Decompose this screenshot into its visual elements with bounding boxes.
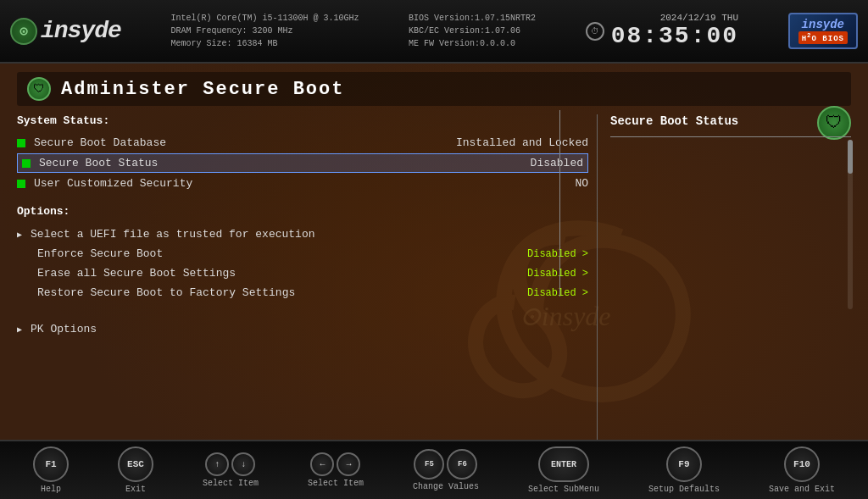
function-key-bar: F1 Help ESC Exit ↑ ↓ Select Item ← → Sel… bbox=[0, 440, 868, 499]
kbc-version: KBC/EC Version:1.07.06 bbox=[409, 25, 536, 37]
right-panel-title: Secure Boot Status bbox=[610, 114, 851, 128]
f5f6-label: Change Values bbox=[413, 482, 479, 491]
f9-key[interactable]: F9 Setup Defaults bbox=[648, 446, 720, 494]
secure-boot-status-item[interactable]: Secure Boot Status Disabled bbox=[17, 153, 588, 173]
cpu-info: Intel(R) Core(TM) i5-11300H @ 3.10GHz bbox=[170, 12, 359, 25]
options-section: Options: Select a UEFI file as trusted f… bbox=[17, 205, 588, 302]
pk-options-label: PK Options bbox=[31, 323, 97, 335]
f9-circle[interactable]: F9 bbox=[666, 446, 702, 482]
status-dot-status bbox=[22, 159, 31, 168]
main-content: 🛡 Administer Secure Boot System Status: … bbox=[0, 64, 868, 440]
system-status-label: System Status: bbox=[17, 114, 588, 127]
secure-boot-status-label: Secure Boot Status bbox=[39, 157, 158, 169]
insyde-brand-text: insyde bbox=[798, 18, 848, 31]
leftright-key[interactable]: ← → Select Item bbox=[308, 452, 364, 488]
page-title: Administer Secure Boot bbox=[61, 79, 344, 100]
logo-circle-icon: ⊙ bbox=[10, 18, 37, 45]
bios-screen: ⊙insyde ⊙ insyde Intel(R) Core(TM) i5-11… bbox=[0, 0, 868, 499]
options-label: Options: bbox=[17, 205, 588, 218]
enter-key[interactable]: ENTER Select SubMenu bbox=[528, 446, 599, 494]
status-dot-db bbox=[17, 139, 25, 147]
f10-circle[interactable]: F10 bbox=[784, 446, 820, 482]
clock-icon: ⏱ bbox=[586, 22, 604, 41]
left-column: System Status: Secure Boot Database Inst… bbox=[17, 114, 588, 474]
dram-info: DRAM Frequency: 3200 MHz bbox=[170, 25, 359, 37]
vertical-divider bbox=[559, 110, 560, 297]
updown-label: Select Item bbox=[203, 479, 259, 488]
secure-boot-status-value: Disabled bbox=[531, 157, 583, 169]
logo-area: ⊙ insyde bbox=[10, 18, 121, 45]
f10-label: Save and Exit bbox=[769, 485, 835, 494]
page-shield-icon: 🛡 bbox=[27, 77, 51, 101]
updown-key[interactable]: ↑ ↓ Select Item bbox=[203, 452, 259, 488]
panel-divider bbox=[610, 136, 851, 137]
me-version: ME FW Version:0.0.0.0 bbox=[409, 37, 536, 50]
erase-secure-boot-value: Disabled > bbox=[527, 268, 588, 280]
secure-boot-database-label: Secure Boot Database bbox=[34, 136, 166, 149]
esc-label: Exit bbox=[125, 485, 146, 494]
page-title-bar: 🛡 Administer Secure Boot bbox=[17, 72, 851, 106]
bios-info: BIOS Version:1.07.15NRTR2 KBC/EC Version… bbox=[409, 12, 536, 50]
right-arrow-btn[interactable]: → bbox=[337, 452, 360, 476]
enforce-secure-boot-item[interactable]: Enforce Secure Boot Disabled > bbox=[17, 244, 588, 263]
user-customized-security-item[interactable]: User Customized Security NO bbox=[17, 175, 588, 192]
f9-label: Setup Defaults bbox=[648, 485, 720, 494]
f6-circle[interactable]: F6 bbox=[447, 449, 477, 480]
f1-key[interactable]: F1 Help bbox=[33, 446, 69, 494]
restore-secure-boot-item[interactable]: Restore Secure Boot to Factory Settings … bbox=[17, 283, 588, 302]
user-customized-label: User Customized Security bbox=[34, 177, 192, 190]
secure-boot-database-item[interactable]: Secure Boot Database Installed and Locke… bbox=[17, 134, 588, 152]
system-info: Intel(R) Core(TM) i5-11300H @ 3.10GHz DR… bbox=[170, 12, 359, 50]
memory-info: Memory Size: 16384 MB bbox=[170, 37, 359, 50]
up-arrow-btn[interactable]: ↑ bbox=[205, 452, 229, 476]
content-columns: System Status: Secure Boot Database Inst… bbox=[17, 114, 851, 474]
f5-circle[interactable]: F5 bbox=[414, 449, 444, 480]
select-uefi-item[interactable]: Select a UEFI file as trusted for execut… bbox=[17, 225, 588, 244]
time-display: 08:35:00 bbox=[611, 23, 738, 49]
enter-label: Select SubMenu bbox=[528, 485, 599, 494]
brand-name: insyde bbox=[41, 18, 121, 44]
system-status-section: System Status: Secure Boot Database Inst… bbox=[17, 114, 588, 192]
right-column: Secure Boot Status bbox=[597, 114, 851, 474]
enforce-secure-boot-value: Disabled > bbox=[527, 248, 588, 260]
f10-key[interactable]: F10 Save and Exit bbox=[769, 446, 835, 494]
enter-oval[interactable]: ENTER bbox=[538, 446, 589, 482]
date-display: 2024/12/19 THU bbox=[611, 13, 738, 23]
h2o-bios-badge: H2O BIOS bbox=[798, 31, 848, 44]
restore-secure-boot-label: Restore Secure Boot to Factory Settings bbox=[37, 286, 295, 299]
leftright-label: Select Item bbox=[308, 479, 364, 488]
erase-secure-boot-label: Erase all Secure Boot Settings bbox=[37, 267, 236, 280]
left-arrow-btn[interactable]: ← bbox=[310, 452, 334, 476]
insyde-h2o-badge: insyde H2O BIOS bbox=[788, 13, 858, 49]
enforce-secure-boot-label: Enforce Secure Boot bbox=[37, 247, 163, 260]
user-customized-value: NO bbox=[575, 177, 588, 190]
esc-circle[interactable]: ESC bbox=[118, 446, 153, 482]
f1-label: Help bbox=[41, 485, 61, 494]
pk-options-item[interactable]: PK Options bbox=[17, 319, 588, 339]
status-dot-custom bbox=[17, 180, 25, 188]
down-arrow-btn[interactable]: ↓ bbox=[231, 452, 255, 476]
f5f6-key[interactable]: F5 F6 Change Values bbox=[413, 449, 479, 491]
secure-boot-database-value: Installed and Locked bbox=[456, 136, 588, 149]
bios-version: BIOS Version:1.07.15NRTR2 bbox=[409, 12, 536, 25]
esc-key[interactable]: ESC Exit bbox=[118, 446, 153, 494]
pk-options-section: PK Options bbox=[17, 319, 588, 339]
clock-area: ⏱ 2024/12/19 THU 08:35:00 bbox=[586, 13, 738, 49]
restore-secure-boot-value: Disabled > bbox=[527, 287, 588, 299]
header: ⊙ insyde Intel(R) Core(TM) i5-11300H @ 3… bbox=[0, 0, 868, 64]
erase-secure-boot-item[interactable]: Erase all Secure Boot Settings Disabled … bbox=[17, 263, 588, 283]
select-uefi-label: Select a UEFI file as trusted for execut… bbox=[31, 228, 314, 241]
f1-circle[interactable]: F1 bbox=[33, 446, 69, 482]
